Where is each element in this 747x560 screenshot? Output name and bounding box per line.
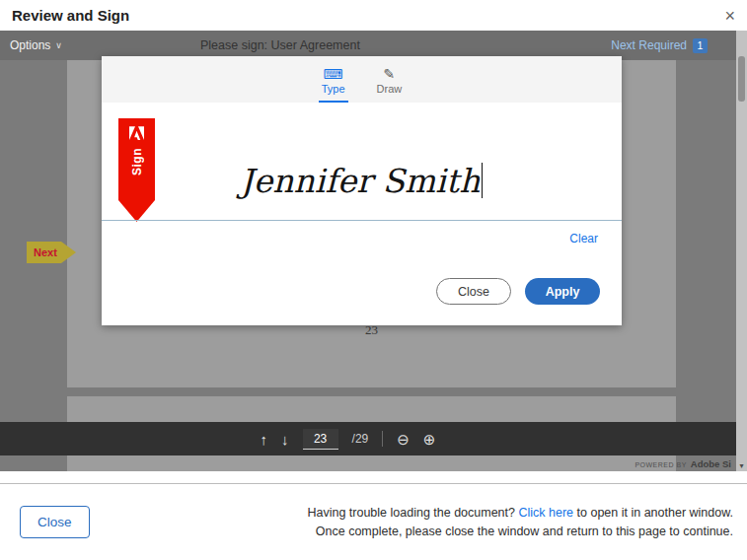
apply-button[interactable]: Apply	[525, 278, 600, 305]
clear-link[interactable]: Clear	[569, 232, 598, 245]
footer: Close Having trouble loading the documen…	[0, 483, 747, 560]
click-here-link[interactable]: Click here	[518, 506, 573, 520]
scrollbar-thumb[interactable]	[738, 56, 745, 102]
help-text-line1: Having trouble loading the document? Cli…	[307, 504, 733, 523]
review-and-sign-window: Review and Sign × Options ∨ Please sign:…	[0, 0, 747, 560]
footer-close-button[interactable]: Close	[20, 506, 90, 538]
signature-dialog-buttons: Close Apply	[436, 278, 600, 305]
pen-icon: ✎	[384, 67, 396, 81]
tab-draw-label: Draw	[377, 83, 403, 95]
signature-dialog: ⌨ Type ✎ Draw Sign Jennifer Smith Clear	[102, 56, 622, 325]
adobe-brand-label: Adobe Si	[691, 458, 731, 469]
dialog-titlebar: Review and Sign ×	[0, 0, 747, 31]
tab-draw[interactable]: ✎ Draw	[374, 56, 406, 103]
options-menu[interactable]: Options ∨	[10, 31, 62, 60]
signature-tabs: ⌨ Type ✎ Draw	[102, 56, 622, 103]
next-required-count-badge: 1	[693, 38, 708, 53]
tab-type-label: Type	[322, 83, 345, 95]
dialog-close-button[interactable]: Close	[436, 278, 511, 305]
options-label: Options	[10, 38, 50, 52]
toolbar-divider	[382, 431, 383, 447]
text-cursor	[482, 163, 483, 198]
next-field-tag-label: Next	[34, 246, 57, 258]
signature-text: Jennifer Smith	[241, 162, 481, 200]
dialog-title: Review and Sign	[12, 7, 129, 24]
page-up-button[interactable]: ↑	[261, 432, 268, 447]
tab-type[interactable]: ⌨ Type	[319, 56, 348, 103]
next-required-label: Next Required	[611, 38, 687, 52]
signature-body: Sign Jennifer Smith Clear Close Apply	[102, 103, 622, 325]
help-text: Having trouble loading the document? Cli…	[307, 504, 733, 541]
scroll-down-icon[interactable]: ▾	[736, 461, 747, 470]
page-total-label: /29	[352, 432, 369, 446]
chevron-down-icon: ∨	[55, 40, 62, 50]
powered-by-label: POWERED BY	[635, 461, 686, 468]
signature-line	[102, 220, 622, 221]
page-number-input[interactable]: 23	[303, 429, 338, 450]
help-text-line2: Once complete, please close the window a…	[307, 523, 733, 541]
page-down-button[interactable]: ↓	[281, 432, 289, 447]
next-required-button[interactable]: Next Required 1	[611, 31, 708, 60]
viewer-toolbar: ↑ ↓ 23 /29 ⊖ ⊕ ›	[0, 422, 747, 455]
trouble-rest-text: to open it in another window.	[577, 506, 733, 520]
adobe-logo-icon	[129, 126, 144, 140]
powered-by-branding: POWERED BY Adobe Si	[635, 458, 731, 469]
close-icon[interactable]: ×	[724, 7, 735, 25]
keyboard-icon: ⌨	[324, 67, 343, 81]
viewer-toolbar-controls: ↑ ↓ 23 /29 ⊖ ⊕	[261, 429, 436, 450]
trouble-question-text: Having trouble loading the document?	[307, 506, 515, 520]
zoom-out-button[interactable]: ⊖	[397, 432, 410, 447]
scrollbar[interactable]: ▾	[736, 31, 747, 471]
zoom-in-button[interactable]: ⊕	[423, 432, 436, 447]
signature-input[interactable]: Jennifer Smith	[102, 162, 622, 200]
